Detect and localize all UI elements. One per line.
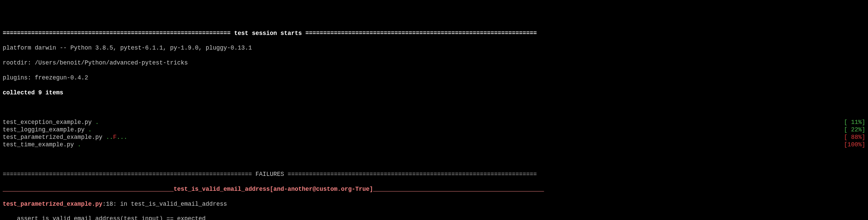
- progress-percentage: [ 11%]: [844, 119, 865, 126]
- failure-test-name: ________________________________________…: [3, 186, 865, 193]
- plugins-info: plugins: freezegun-0.4.2: [3, 74, 865, 82]
- test-file-row: test_logging_example.py .[ 22%]: [3, 126, 865, 134]
- traceback-location: test_parametrized_example.py:18: in test…: [3, 201, 865, 208]
- collected-items: collected 9 items: [3, 89, 865, 97]
- session-start-header: ========================================…: [3, 30, 865, 37]
- traceback-code: assert is_valid_email_address(test_input…: [3, 215, 865, 220]
- progress-percentage: [100%]: [844, 141, 865, 149]
- platform-info: platform darwin -- Python 3.8.5, pytest-…: [3, 44, 865, 52]
- rootdir-info: rootdir: /Users/benoit/Python/advanced-p…: [3, 59, 865, 67]
- progress-percentage: [ 22%]: [844, 126, 865, 134]
- test-file-row: test_exception_example.py .[ 11%]: [3, 119, 865, 126]
- terminal-output: ========================================…: [3, 22, 865, 220]
- test-file-row: test_time_example.py .[100%]: [3, 141, 865, 149]
- progress-percentage: [ 88%]: [844, 134, 865, 141]
- failures-header: ========================================…: [3, 171, 865, 178]
- test-file-row: test_parametrized_example.py ..F...[ 88%…: [3, 134, 865, 141]
